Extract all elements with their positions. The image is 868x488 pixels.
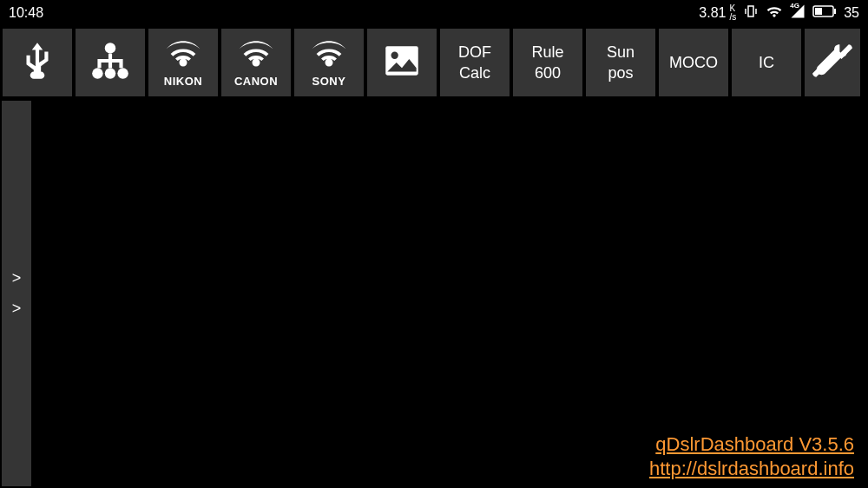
app-name-link[interactable]: qDslrDashboard V3.5.6 xyxy=(649,432,854,457)
nikon-wifi-button[interactable]: NIKON xyxy=(148,29,218,96)
usb-button[interactable] xyxy=(3,29,72,96)
rule-label-1: Rule xyxy=(531,43,563,62)
tools-button[interactable] xyxy=(805,29,860,96)
tools-icon xyxy=(811,39,854,86)
canon-label: CANON xyxy=(234,75,278,88)
dof-label-1: DOF xyxy=(458,43,491,62)
wifi-icon xyxy=(766,3,783,23)
signal-icon: 4G xyxy=(790,3,806,23)
content-area: qDslrDashboard V3.5.6 http://dslrdashboa… xyxy=(31,99,868,488)
canon-wifi-button[interactable]: CANON xyxy=(221,29,291,96)
svg-point-5 xyxy=(105,68,116,79)
sun-label-1: Sun xyxy=(607,43,635,62)
sony-wifi-button[interactable]: SONY xyxy=(294,29,364,96)
ic-button[interactable]: IC xyxy=(732,29,801,96)
rule-600-button[interactable]: Rule 600 xyxy=(513,29,582,96)
moco-button[interactable]: MOCO xyxy=(659,29,728,96)
image-button[interactable] xyxy=(367,29,437,96)
footer-text: qDslrDashboard V3.5.6 http://dslrdashboa… xyxy=(649,432,854,481)
sony-label: SONY xyxy=(312,75,346,88)
status-time: 10:48 xyxy=(9,5,43,21)
sun-pos-button[interactable]: Sun pos xyxy=(586,29,655,96)
moco-label: MOCO xyxy=(669,53,718,72)
sidebar[interactable]: > > xyxy=(2,101,31,486)
svg-rect-2 xyxy=(815,8,822,15)
status-right: 3.81 K /s 4G 35 xyxy=(699,3,859,23)
sun-label-2: pos xyxy=(608,63,633,82)
sidebar-arrow-2[interactable]: > xyxy=(12,300,22,318)
app-url-link[interactable]: http://dslrdashboard.info xyxy=(649,457,854,481)
svg-point-6 xyxy=(117,68,128,79)
svg-point-3 xyxy=(105,43,116,53)
dof-label-2: Calc xyxy=(459,63,490,82)
network-button[interactable] xyxy=(76,29,145,96)
main-area: > > qDslrDashboard V3.5.6 http://dslrdas… xyxy=(0,99,868,488)
battery-icon xyxy=(812,5,837,21)
wifi-icon xyxy=(237,38,275,73)
network-speed: 3.81 K /s xyxy=(699,4,736,22)
svg-rect-1 xyxy=(834,9,836,14)
toolbar: NIKON CANON SONY DOF Calc Rule 600 Sun p… xyxy=(0,26,868,99)
ic-label: IC xyxy=(759,53,774,72)
svg-point-8 xyxy=(391,52,398,59)
vibrate-icon xyxy=(743,3,759,23)
status-bar: 10:48 3.81 K /s 4G 35 xyxy=(0,0,868,26)
network-icon xyxy=(89,39,132,86)
wifi-icon xyxy=(164,38,202,73)
battery-level: 35 xyxy=(844,5,859,21)
svg-point-4 xyxy=(92,68,103,79)
rule-label-2: 600 xyxy=(535,63,561,82)
usb-icon xyxy=(16,39,59,86)
nikon-label: NIKON xyxy=(164,75,202,88)
image-icon xyxy=(380,39,424,86)
wifi-icon xyxy=(310,38,348,73)
dof-calc-button[interactable]: DOF Calc xyxy=(440,29,510,96)
sidebar-arrow-1[interactable]: > xyxy=(12,269,22,287)
